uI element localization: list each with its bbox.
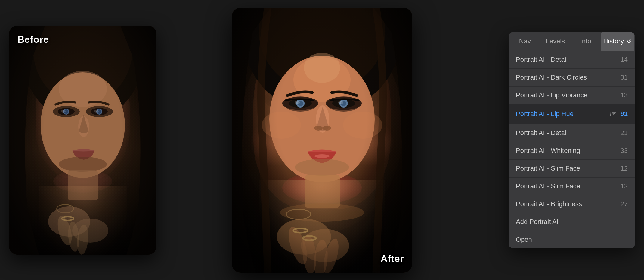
before-label: Before bbox=[17, 34, 49, 45]
before-panel: Before bbox=[9, 26, 156, 255]
history-reset-icon: ↺ bbox=[627, 38, 631, 45]
svg-rect-23 bbox=[9, 26, 156, 255]
history-item[interactable]: Open bbox=[509, 231, 635, 248]
history-item[interactable]: Portrait AI - Detail 14 bbox=[509, 51, 635, 69]
tab-history[interactable]: History ↺ bbox=[601, 32, 634, 51]
history-item[interactable]: Portrait AI - Slim Face 12 bbox=[509, 160, 635, 178]
history-panel: Nav Levels Info History ↺ Portrait AI - … bbox=[509, 32, 635, 248]
after-image: After bbox=[232, 8, 412, 273]
history-item[interactable]: Portrait AI - Detail 21 bbox=[509, 124, 635, 142]
tab-info[interactable]: Info bbox=[571, 32, 601, 51]
history-item-selected[interactable]: Portrait AI - Lip Hue ☞ 91 bbox=[509, 104, 635, 124]
history-item[interactable]: Portrait AI - Dark Circles 31 bbox=[509, 69, 635, 87]
history-item[interactable]: Add Portrait AI bbox=[509, 213, 635, 231]
before-image: Before bbox=[9, 26, 156, 255]
history-list: Portrait AI - Detail 14 Portrait AI - Da… bbox=[509, 51, 635, 248]
after-label: After bbox=[381, 253, 404, 264]
main-container: Before bbox=[0, 0, 644, 280]
after-panel: After bbox=[232, 8, 412, 273]
history-item[interactable]: Portrait AI - Lip Vibrance 13 bbox=[509, 87, 635, 104]
tab-levels[interactable]: Levels bbox=[540, 32, 571, 51]
tab-nav[interactable]: Nav bbox=[510, 32, 540, 51]
tabs-bar: Nav Levels Info History ↺ bbox=[509, 32, 635, 51]
svg-rect-58 bbox=[232, 8, 412, 273]
history-item[interactable]: Portrait AI - Slim Face 12 bbox=[509, 178, 635, 195]
history-item[interactable]: Portrait AI - Brightness 27 bbox=[509, 195, 635, 213]
cursor-pointer-icon: ☞ bbox=[609, 109, 617, 119]
history-item[interactable]: Portrait AI - Whitening 33 bbox=[509, 142, 635, 160]
